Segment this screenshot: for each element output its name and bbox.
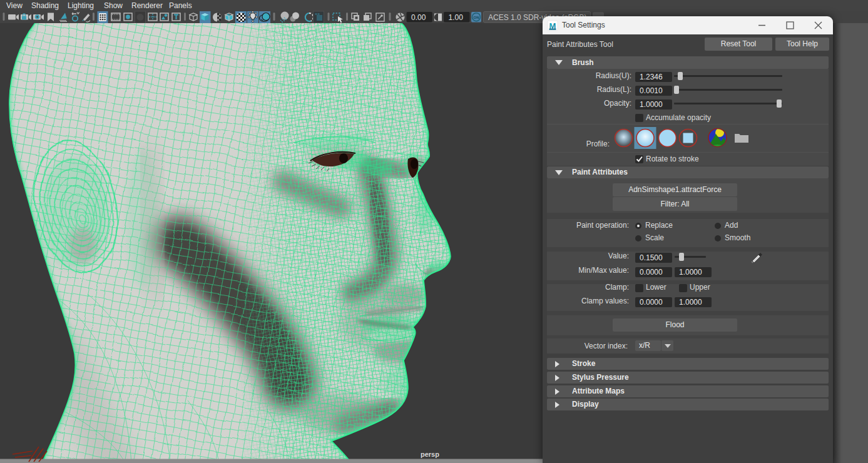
- svg-text:ON: ON: [474, 16, 479, 19]
- svg-text:1.00: 1.00: [449, 13, 464, 22]
- svg-text:0.00: 0.00: [411, 13, 426, 22]
- svg-text:persp: persp: [421, 450, 439, 458]
